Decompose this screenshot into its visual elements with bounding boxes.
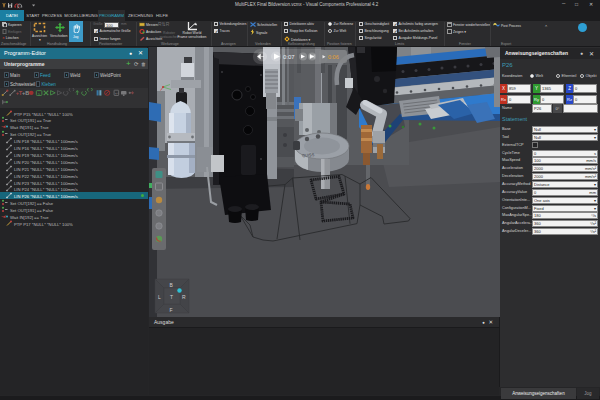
- svg-text:T: T: [170, 294, 173, 300]
- svg-text:L: L: [158, 294, 161, 300]
- svg-text:F: F: [170, 307, 173, 313]
- svg-text:0:07: 0:07: [283, 54, 295, 60]
- svg-text:QUISS: QUISS: [302, 152, 315, 158]
- svg-text:R: R: [182, 294, 186, 300]
- svg-text:0:06: 0:06: [328, 54, 339, 60]
- svg-text:+B: +B: [22, 90, 29, 96]
- svg-text:↩: ↩: [115, 91, 119, 96]
